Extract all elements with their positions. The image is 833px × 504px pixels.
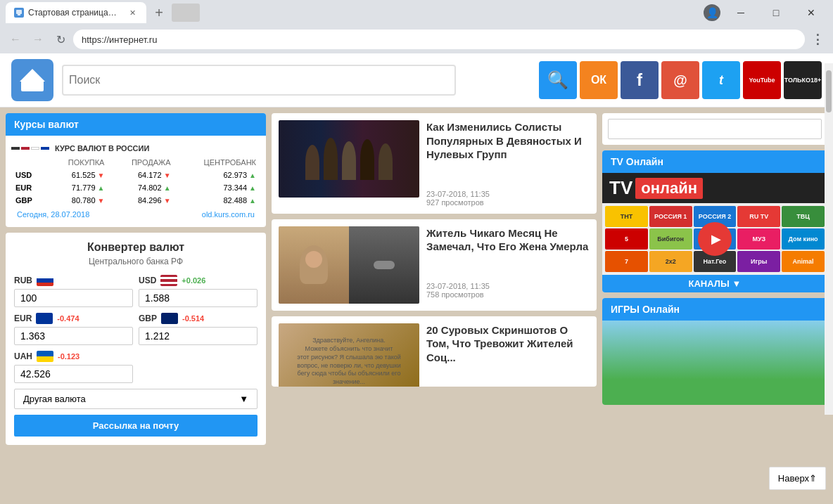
title-bar: Стартовая страница инт... ✕ + 👤 ─ □ ✕: [0, 0, 833, 25]
tv-online-text: онлайн: [635, 178, 703, 199]
address-input[interactable]: [73, 30, 805, 49]
currency-code: EUR: [13, 182, 45, 193]
chevron-down-icon: ▼: [732, 278, 742, 289]
article-title-1[interactable]: Как Изменились Солисты Популярных В Девя…: [426, 120, 590, 162]
tv-channel-item[interactable]: Animal: [782, 251, 825, 272]
games-header: ИГРЫ Онлайн: [602, 298, 827, 321]
band-image: [279, 120, 419, 198]
buy-arrow-icon: ▼: [98, 172, 105, 179]
svg-marker-3: [20, 69, 45, 82]
currency-sell: 74.802 ▲: [108, 182, 173, 193]
article-views-2: 758 просмотров: [426, 290, 590, 299]
article-date-1: 23-07-2018, 11:35: [426, 190, 590, 198]
tv-channel-item[interactable]: 2x2: [649, 251, 692, 272]
search-bar: [62, 65, 456, 96]
conv-uah-label: UAH -0.123: [14, 351, 133, 362]
tab-favicon: [14, 8, 24, 18]
cb-arrow-icon: ▲: [249, 197, 256, 205]
tv-channel-item[interactable]: Бибигон: [649, 228, 692, 250]
social-search-button[interactable]: 🔍: [539, 61, 577, 99]
tv-channel-item[interactable]: РОССИЯ 1: [649, 206, 692, 227]
tv-channels-label[interactable]: КАНАЛЫ ▼: [602, 275, 827, 292]
article-title-3[interactable]: 20 Суровых Скриншотов О Том, Что Тревожи…: [426, 323, 590, 365]
tv-channel-item[interactable]: ТВЦ: [782, 206, 825, 227]
flag-eu: [36, 313, 53, 324]
social-18-button[interactable]: ТОЛЬКО 18+: [784, 61, 822, 99]
conv-rub-label: RUB: [14, 275, 133, 286]
social-fb-button[interactable]: f: [621, 61, 659, 99]
games-widget: ИГРЫ Онлайн: [602, 298, 827, 405]
forward-button[interactable]: →: [28, 30, 48, 49]
currency-code: USD: [13, 169, 45, 181]
social-yt-button[interactable]: You Tube: [743, 61, 781, 99]
back-to-top-button[interactable]: Наверх⇑: [769, 467, 826, 490]
site-logo[interactable]: [11, 59, 53, 101]
article-content-2: Житель Чикаго Месяц Не Замечал, Что Его …: [426, 226, 590, 304]
buy-arrow-icon: ▼: [98, 197, 105, 205]
tv-channel-item[interactable]: RU TV: [737, 206, 780, 227]
tv-channel-item[interactable]: MУЗ: [737, 228, 780, 250]
tv-widget-header: TV Онлайн: [602, 150, 827, 173]
conv-uah-input[interactable]: [14, 365, 133, 383]
tv-channel-item[interactable]: 5: [605, 228, 648, 250]
article-card-3: Здравствуйте, Ангелина.Можете объяснить …: [272, 316, 597, 387]
sell-arrow-icon: ▼: [164, 172, 171, 179]
conv-usd-input[interactable]: [139, 289, 257, 307]
window-controls: ─ □ ✕: [725, 0, 827, 25]
active-tab[interactable]: Стартовая страница инт... ✕: [6, 2, 146, 23]
browser-menu-button[interactable]: ⋮: [808, 30, 827, 49]
tv-channel-item[interactable]: Игры: [737, 251, 780, 272]
games-image: [602, 321, 827, 405]
conv-rub-input[interactable]: [14, 289, 133, 307]
social-tw-button[interactable]: t: [702, 61, 740, 99]
sell-arrow-icon: ▼: [164, 197, 171, 205]
currency-cb: 82.488 ▲: [175, 195, 259, 206]
back-button[interactable]: ←: [6, 30, 25, 49]
conv-gbp-input[interactable]: [139, 327, 257, 345]
tv-channels-container: ТНТРОССИЯ 1РОССИЯ 2RU TVТВЦ5БибигонDisne…: [602, 203, 827, 275]
currency-row: GBP 80.780 ▼ 84.296 ▼ 82.488 ▲: [13, 195, 259, 206]
tv-channel-item[interactable]: 7: [605, 251, 648, 272]
right-sidebar: TV Онлайн TV онлайн ТНТРОССИЯ 1РОССИЯ 2R…: [602, 113, 827, 451]
search-input[interactable]: [69, 74, 449, 86]
maximize-button[interactable]: □: [760, 0, 792, 25]
new-tab-button[interactable]: +: [149, 3, 169, 22]
conv-eur-label: EUR -0.474: [14, 313, 133, 324]
close-button[interactable]: ✕: [795, 0, 827, 25]
conv-eur: EUR -0.474: [14, 313, 133, 345]
right-search-input[interactable]: [608, 119, 822, 139]
currency-date: Сегодня, 28.07.2018 old.kurs.com.ru: [11, 207, 260, 221]
currency-widget: Курсы валют КУРС ВАЛЮТ В РОССИИ: [6, 113, 266, 227]
social-mail-button[interactable]: @: [661, 61, 699, 99]
tv-content: TV онлайн ТНТРОССИЯ 1РОССИЯ 2RU TVТВЦ5Би…: [602, 173, 827, 292]
profile-button[interactable]: 👤: [699, 0, 725, 25]
refresh-button[interactable]: ↻: [51, 30, 70, 49]
conv-uah-change: -0.123: [58, 352, 80, 361]
currency-widget-header: Курсы валют: [6, 113, 266, 136]
tab-close-button[interactable]: ✕: [127, 7, 138, 18]
subscribe-button[interactable]: Рассылка на почту: [14, 415, 257, 437]
main-layout: Курсы валют КУРС ВАЛЮТ В РОССИИ: [0, 108, 833, 456]
article-content-1: Как Изменились Солисты Популярных В Девя…: [426, 120, 590, 207]
svg-rect-0: [16, 10, 22, 14]
currency-buy: 61.525 ▼: [46, 169, 107, 181]
flag-ru: [37, 275, 53, 286]
tv-play-button[interactable]: ▶: [698, 222, 732, 256]
tv-channel-item[interactable]: Дом кино: [782, 228, 825, 250]
scrollbar-thumb[interactable]: [826, 70, 832, 112]
minimize-button[interactable]: ─: [725, 0, 757, 25]
browser-scrollbar[interactable]: [825, 63, 833, 415]
currency-link[interactable]: old.kurs.com.ru: [202, 210, 255, 219]
article-title-2[interactable]: Житель Чикаго Месяц Не Замечал, Что Его …: [426, 226, 590, 254]
conv-eur-input[interactable]: [14, 327, 133, 345]
address-bar: ← → ↻ ⋮: [0, 25, 833, 53]
conv-gbp-label: GBP -0.514: [139, 313, 257, 324]
social-ok-button[interactable]: ОК: [580, 61, 618, 99]
other-currency-button[interactable]: Другая валюта ▼: [14, 389, 257, 409]
conv-empty: [139, 351, 257, 383]
tv-channel-item[interactable]: ТНТ: [605, 206, 648, 227]
conv-usd-label: USD +0.026: [139, 275, 257, 286]
site-header: 🔍 ОК f @ t You Tube ТОЛЬКО 18+: [0, 53, 833, 108]
converter-widget: Конвертер валют Центрального банка РФ RU…: [6, 233, 266, 445]
currency-sell: 84.296 ▼: [108, 195, 173, 206]
